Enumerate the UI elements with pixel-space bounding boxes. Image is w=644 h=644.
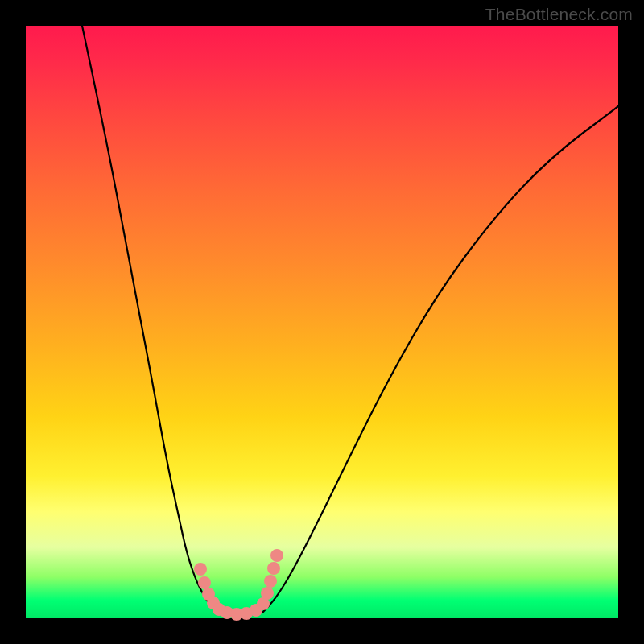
accent-dot <box>267 562 280 575</box>
v-curve-svg <box>26 26 618 618</box>
accent-dot <box>264 575 277 588</box>
v-curve-path <box>82 26 618 615</box>
watermark-text: TheBottleneck.com <box>485 5 633 24</box>
accent-dot <box>261 587 274 600</box>
accent-dot <box>270 549 283 562</box>
accent-dot-group <box>194 549 283 621</box>
chart-frame: TheBottleneck.com <box>0 0 644 644</box>
accent-dot <box>194 563 207 576</box>
accent-dot <box>198 576 211 589</box>
plot-area <box>26 26 618 618</box>
